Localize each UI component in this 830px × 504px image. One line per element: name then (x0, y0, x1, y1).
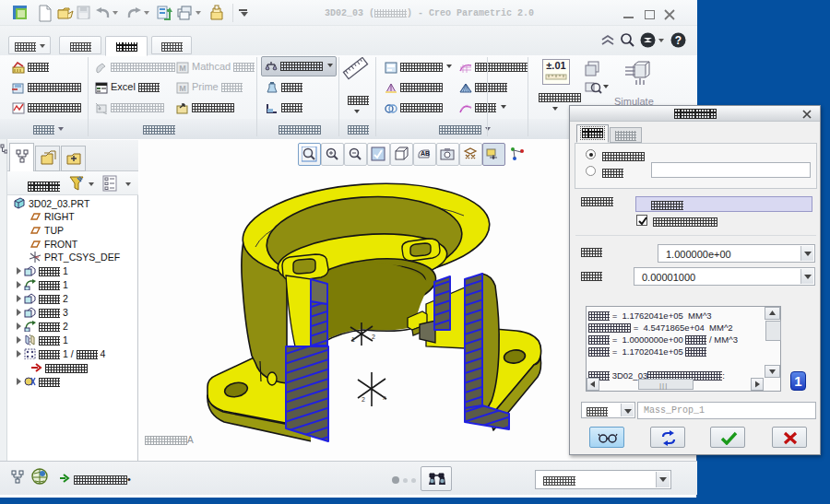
svg-text:2: 2 (372, 334, 375, 340)
svg-text:x: x (383, 394, 386, 401)
svg-text:M: M (179, 84, 186, 93)
svg-text:1: 1 (351, 336, 355, 343)
svg-text:M: M (179, 64, 186, 73)
svg-text:2: 2 (362, 396, 365, 403)
svg-text:?: ? (675, 34, 682, 47)
